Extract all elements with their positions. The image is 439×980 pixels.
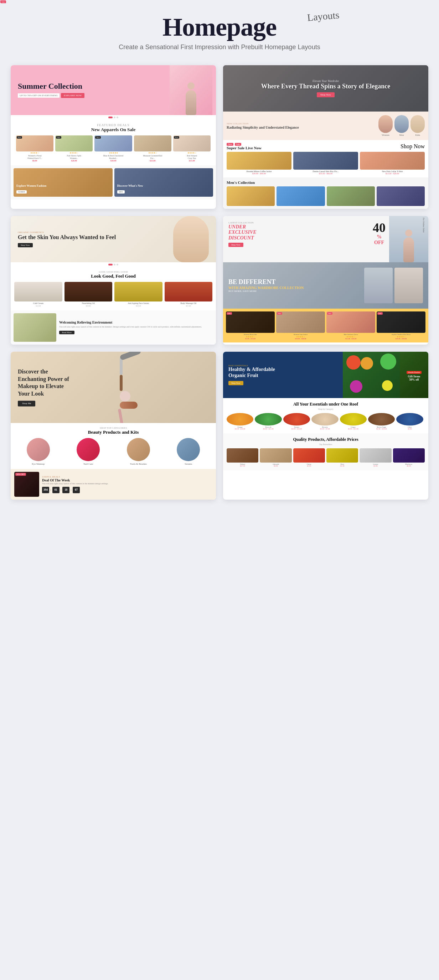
makeup-item-4 xyxy=(120,391,130,402)
card3-env-section: Welcoming Relieving Environment You will… xyxy=(11,310,216,345)
quality-price-3: $3.99 xyxy=(293,465,325,467)
quality-img-2: Sale xyxy=(260,448,291,463)
card4-shop-btn[interactable]: Shop Now xyxy=(228,243,243,247)
dot-3[interactable] xyxy=(116,116,118,118)
card5-shop-btn[interactable]: Shop Me xyxy=(18,401,35,406)
fashion-men-banner: Discover What's New MEN xyxy=(115,168,213,197)
card3-hero-section: ORGANIC COSMETICS Get the Skin You Alway… xyxy=(11,216,216,262)
kids-label: Kids xyxy=(410,134,425,137)
beauty-cat-label-3: Tools & Brushes xyxy=(115,463,162,465)
card4-item-price-4: $19.99 - $39.00 xyxy=(377,338,425,340)
env-title: Welcoming Relieving Environment xyxy=(59,320,202,324)
card4-stars-3: ★★★★☆ xyxy=(326,335,375,338)
card2-hero-title: Where Every Thread Spins a Story of Eleg… xyxy=(261,83,391,91)
card3-section-title: Look Good, Feel Good xyxy=(14,273,212,279)
card3-section-label: LOOK GOOD FEEL GOOD xyxy=(14,270,212,273)
card2-sale-btn[interactable]: Shop Now xyxy=(401,143,425,150)
beauty-prod-label-1: Cold Cream xyxy=(14,302,62,305)
env-btn[interactable]: Read More xyxy=(59,331,75,334)
sale-new-badge: New xyxy=(227,143,234,146)
card3-dot-3[interactable] xyxy=(116,264,118,266)
fruit-1 xyxy=(346,355,361,369)
grocery-price-3: $3.99 - $18.00 xyxy=(283,428,310,430)
card4-sale-badge-4: Sale xyxy=(377,312,383,315)
page-title: Homepage xyxy=(7,14,432,40)
card2-cat-title: Radiating Simplicity and Understated Ele… xyxy=(227,125,375,130)
card-fashion-discount: LATEST COLLECTION UNDEREXCLUSIVE DISCOUN… xyxy=(223,216,428,345)
beauty-prod-2: Sale Nourishing Oil $18.00 xyxy=(65,282,113,307)
env-image xyxy=(14,313,56,342)
fashion-women-btn[interactable]: WOMEN xyxy=(16,190,27,194)
card4-sale-badge-1: Sale xyxy=(227,312,232,315)
sale-title: Super Sale Live Now xyxy=(227,146,262,150)
product-badge-3: New xyxy=(95,136,100,138)
grocery-price-6: $1.99 - $18.00 xyxy=(368,428,395,430)
quality-img-3: Sale xyxy=(293,448,325,463)
product-label-3: Blue & Red CheckeredHooded... xyxy=(94,155,132,160)
sale-prod-2: Denim Casual Shirt Boy Flo... $35.00 - $… xyxy=(293,152,358,175)
card4-person-head xyxy=(405,229,412,237)
card1-hero-title: Summer Collection xyxy=(18,82,84,91)
beauty-prod-price-4: $15.00 xyxy=(165,305,213,307)
card3-pagination xyxy=(11,262,216,267)
card6-hero-title: Healthy & AffordableOrganic Fruit xyxy=(228,367,337,379)
fashion-men-btn[interactable]: MEN xyxy=(117,190,125,194)
card4-hero-text: LATEST COLLECTION UNDEREXCLUSIVE DISCOUN… xyxy=(223,216,389,262)
card-grocery-organic: Daily Essentials Healthy & AffordableOrg… xyxy=(223,352,428,500)
grocery-price-2: $6.99 - $15.00 xyxy=(255,428,282,430)
beauty-cat-2: Nail Care xyxy=(65,438,113,465)
card1-explore-btn[interactable]: EXPLORE NOW xyxy=(61,93,84,98)
dot-1[interactable] xyxy=(108,116,113,118)
fruit-3 xyxy=(380,353,396,369)
card2-cat-sub: New Collection xyxy=(227,122,375,125)
card6-essentials-section: All Your Essentials under One Roof Shop … xyxy=(223,398,428,433)
sale-prod-price-2: $35.00 - $60.00 xyxy=(293,172,358,175)
makeup-item-3 xyxy=(120,375,122,391)
product-thumb-3: New xyxy=(94,135,132,151)
fruit-2 xyxy=(361,357,373,369)
card6-shop-btn[interactable]: Shop Now xyxy=(228,381,243,385)
quality-price-2: $6.99 xyxy=(260,465,291,467)
kids-circle xyxy=(410,115,425,133)
product-item-4: ★★★★☆ Mustard GeometrifiedFor... $25.00 xyxy=(134,135,172,162)
card3-shop-btn[interactable]: Shop Now xyxy=(18,243,33,247)
page-subtitle: Create a Sensational First Impression wi… xyxy=(7,43,432,51)
card4-online-text: For Online Order xyxy=(421,216,426,262)
card4-item-4: Sale Stylish Outdoor Hot Dress ★★★★☆ $19… xyxy=(377,312,425,340)
card4-item-img-2: Sale xyxy=(276,312,325,333)
mens-prod-1 xyxy=(227,186,275,206)
beauty-cat-3: Tools & Brushes xyxy=(115,438,162,465)
product-label-2: Full Sleeve SplitWomen... xyxy=(55,155,93,160)
product-stars-3: ★★★★★ xyxy=(94,151,132,154)
grocery-img-6: Sale xyxy=(368,413,395,425)
card4-person-body xyxy=(403,237,414,262)
men-circle xyxy=(394,115,409,133)
sale-prod-1: Hooded Mitten Coffee Jacket $39.99 - $49… xyxy=(227,152,291,175)
product-price-1: $9.99 xyxy=(16,160,54,162)
card2-shop-btn[interactable]: Shop Now xyxy=(317,92,335,97)
product-thumb-2: Sale xyxy=(55,135,93,151)
grocery-img-7: Sale xyxy=(396,413,423,425)
card6-health-badge: Health Basket xyxy=(407,371,422,374)
card3-dot-1[interactable] xyxy=(108,264,113,266)
card4-item-price-2: $39.00 - $48.00 xyxy=(276,338,325,340)
layout-grid: Summer Collection UP TO 70% OFF ON EVERY… xyxy=(0,62,439,514)
dot-2[interactable] xyxy=(114,116,115,118)
beauty-cat-4: Serums xyxy=(165,438,213,465)
quality-img-5: Sale xyxy=(359,448,391,463)
card3-dot-2[interactable] xyxy=(114,264,115,266)
card6-hero-section: Daily Essentials Healthy & AffordableOrg… xyxy=(223,352,428,398)
quality-price-5: $3.99 xyxy=(359,465,391,467)
card4-different-desc: BUY MORE, SAVE MORE xyxy=(228,290,364,293)
card6-quality-section: Quality Products, Affordable Prices Top … xyxy=(223,433,428,470)
card4-different-title: BE DIFFERENT xyxy=(228,278,364,286)
product-item-1: New ★★★★☆ Women's FloralPrinted Kurti T.… xyxy=(16,135,54,162)
card6-quality-sub: Top Bestsellers xyxy=(227,443,425,445)
beauty-cat-img-4 xyxy=(177,438,200,461)
card2-hero-section: Elevate Your Wardrobe Where Every Thread… xyxy=(223,65,428,111)
card-fashion-apparel: Summer Collection UP TO 70% OFF ON EVERY… xyxy=(11,65,216,209)
beauty-products-row: Sale Cold Cream $12.00 Sale Nourishing O… xyxy=(14,282,212,307)
men-label: Men xyxy=(394,134,409,137)
quality-price-6: $6.99 xyxy=(393,465,425,467)
beauty-cat-label-2: Nail Care xyxy=(65,463,113,465)
